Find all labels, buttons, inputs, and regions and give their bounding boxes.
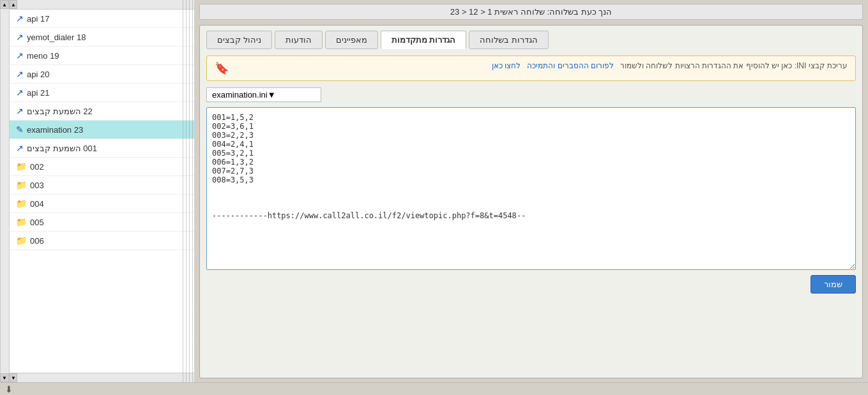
breadcrumb: הנך כעת בשלוחה: שלוחה ראשית 1 < 12 < 23 [199,4,863,20]
sidebar-item-folder-002[interactable]: 002📁 [10,158,194,176]
sidebar-item-api-20[interactable]: api 20↗ [10,65,194,84]
info-box: 🔖 עריכת קבצי INI: כאן יש להוסיף את ההגדר… [206,56,856,81]
breadcrumb-text: הנך כעת בשלוחה: שלוחה ראשית 1 < 12 < 23 [450,7,613,17]
sidebar-scroll-up-btn[interactable]: ▲ [10,0,17,9]
sidebar-item-yemot-dialer-18[interactable]: yemot_dialer 18↗ [10,28,194,47]
info-main-text: עריכת קבצי INI: כאן יש להוסיף את ההגדרות… [620,61,848,70]
tab-manage-files[interactable]: ניהול קבצים [206,31,272,49]
sidebar-icon-folder-003: 📁 [16,180,27,190]
click-here-link[interactable]: לחצו כאן [492,61,521,70]
download-icon[interactable]: ⬇ [5,384,13,394]
sidebar-item-hashmat-001[interactable]: 001 השמעת קבצים↗ [10,139,194,158]
sidebar-scroll-down-area: ▼ [10,373,194,382]
sidebar-label-hashmat-22: 22 השמעת קבצים [27,107,93,116]
sidebar-icon-meno-19: ↗ [16,50,24,61]
sidebar-item-folder-006[interactable]: 006📁 [10,232,194,250]
sidebar-icon-api-20: ↗ [16,69,24,79]
forum-link-text: לפורום ההסברים והתמיכה [527,61,614,70]
main-scroll-up[interactable]: ▲ [0,0,9,9]
sidebar-icon-examination-23: ✎ [16,124,24,135]
main-area: הנך כעת בשלוחה: שלוחה ראשית 1 < 12 < 23 … [194,0,868,382]
sidebar-icon-yemot-dialer-18: ↗ [16,32,24,42]
sidebar-scroll-up-area: ▲ [10,0,194,10]
tab-news[interactable]: הודעות [275,31,323,49]
sidebar-icon-api-17: ↗ [16,13,24,24]
right-sidebar: ▲ api 17↗yemot_dialer 18↗meno 19↗api 20↗… [9,0,194,382]
sidebar-label-folder-004: 004 [30,199,44,209]
file-selector[interactable]: examination.ini ▼ [206,87,321,102]
file-selector-value: examination.ini [212,90,268,100]
bottom-bar: ⬇ [0,382,868,395]
sidebar-label-hashmat-001: 001 השמעת קבצים [27,144,97,153]
tabs-bar: ניהול קבצים הודעות מאפיינים הגדרות מתקדמ… [206,31,856,49]
click-here-text: לחצו כאן [492,61,521,70]
bookmark-icon: 🔖 [215,61,229,75]
sidebar-item-examination-23[interactable]: examination 23✎ [10,121,194,139]
sidebar-icon-api-21: ↗ [16,87,24,98]
sidebar-label-folder-003: 003 [30,181,44,190]
sidebar-icon-hashmat-22: ↗ [16,106,24,116]
sidebar-item-folder-003[interactable]: 003📁 [10,176,194,195]
sidebar-scroll-down-btn[interactable]: ▼ [10,373,17,382]
sidebar-icon-folder-005: 📁 [16,217,27,227]
sidebar-label-api-20: api 20 [27,70,49,79]
app-wrapper: הנך כעת בשלוחה: שלוחה ראשית 1 < 12 < 23 … [0,0,868,395]
sidebar-label-api-17: api 17 [27,14,49,24]
main-scroll-down[interactable]: ▼ [0,373,9,382]
file-selector-row: examination.ini ▼ [206,87,856,102]
sidebar-items-container: api 17↗yemot_dialer 18↗meno 19↗api 20↗ap… [10,10,194,250]
sidebar-item-folder-004[interactable]: 004📁 [10,195,194,213]
sidebar-item-hashmat-22[interactable]: 22 השמעת קבצים↗ [10,102,194,121]
forum-link[interactable]: לפורום ההסברים והתמיכה [525,61,614,70]
sidebar-label-api-21: api 21 [27,88,49,98]
main-scrollbar: ▲ ▼ [0,0,9,382]
sidebar-label-yemot-dialer-18: yemot_dialer 18 [27,33,86,42]
sidebar-item-folder-005[interactable]: 005📁 [10,213,194,232]
main-scroll-track [1,9,9,373]
sidebar-item-api-17[interactable]: api 17↗ [10,10,194,28]
tab-advanced-settings[interactable]: הגדרות מתקדמות [381,31,467,49]
content-textarea[interactable] [206,107,856,270]
file-selector-arrow: ▼ [268,90,276,100]
sidebar-label-folder-006: 006 [30,236,44,246]
sidebar-label-folder-005: 005 [30,218,44,227]
save-row: שמור [206,275,856,294]
sidebar-label-folder-002: 002 [30,162,44,172]
tab-maps[interactable]: מאפיינים [325,31,378,49]
tab-send-settings[interactable]: הגדרות בשלוחה [469,31,549,49]
sidebar-scroll[interactable]: api 17↗yemot_dialer 18↗meno 19↗api 20↗ap… [10,10,194,373]
info-text: עריכת קבצי INI: כאן יש להוסיף את ההגדרות… [234,61,848,70]
save-button[interactable]: שמור [811,275,856,294]
sidebar-label-meno-19: meno 19 [27,51,59,61]
sidebar-item-meno-19[interactable]: meno 19↗ [10,47,194,65]
sidebar-icon-folder-004: 📁 [16,198,27,209]
sidebar-icon-folder-002: 📁 [16,161,27,172]
sidebar-icon-hashmat-001: ↗ [16,143,24,153]
content-row: הנך כעת בשלוחה: שלוחה ראשית 1 < 12 < 23 … [0,0,868,382]
sidebar-icon-folder-006: 📁 [16,235,27,246]
sidebar-label-examination-23: examination 23 [27,125,83,135]
sidebar-item-api-21[interactable]: api 21↗ [10,84,194,102]
main-panel: ניהול קבצים הודעות מאפיינים הגדרות מתקדמ… [199,25,863,378]
